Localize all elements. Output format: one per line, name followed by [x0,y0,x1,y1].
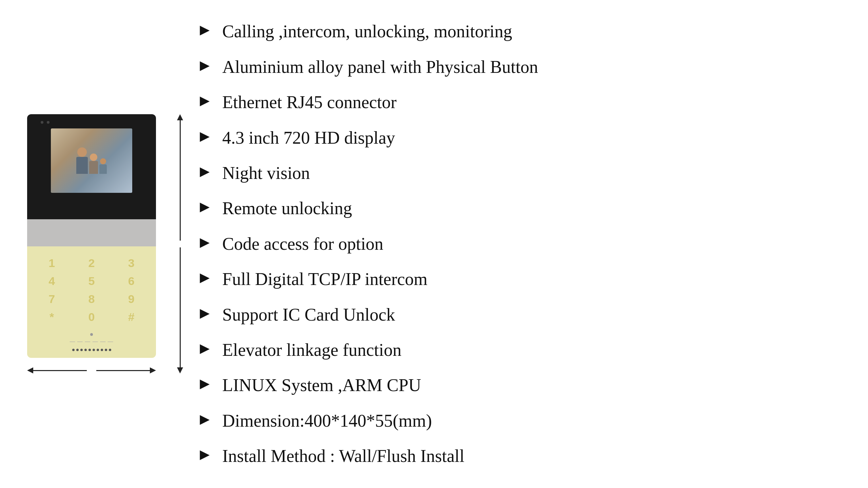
person-head-3 [100,158,106,164]
spec-arrow-icon-panel: ► [197,57,213,74]
spec-text-panel: Aluminium alloy panel with Physical Butt… [222,57,538,78]
device-indicator-dots [41,121,50,124]
vertical-dimension [177,114,183,373]
spec-text-code-access: Code access for option [222,233,383,255]
speaker-dot-8 [105,349,107,351]
speaker-dot-5 [93,349,95,351]
key-6: 6 [115,274,148,288]
speaker-dot-9 [109,349,111,351]
spec-item-code-access: ►Code access for option [197,233,841,255]
spec-item-remote-unlocking: ►Remote unlocking [197,198,841,219]
spec-item-night-vision: ►Night vision [197,163,841,184]
spec-arrow-icon-remote-unlocking: ► [197,199,213,215]
bottom-dot [90,333,93,336]
spec-arrow-icon-linux: ► [197,375,213,392]
person-body-3 [99,164,107,174]
key-7: 7 [35,292,68,306]
dim-arrow-down-icon [177,367,183,373]
spec-item-display: ► 4.3 inch 720 HD display [197,127,841,148]
key-4: 4 [35,274,68,288]
device-middle-section [27,219,156,246]
key-3: 3 [115,257,148,270]
spec-text-tcp-ip: Full Digital TCP/IP intercom [222,269,428,290]
main-container: 123456789*0# — — — — — — ►Calling ,inter… [27,21,841,467]
specs-list: ►Calling ,intercom, unlocking, monitorin… [197,21,841,467]
dimension-horizontal [27,367,156,373]
key-*: * [35,310,68,324]
spec-text-ethernet: Ethernet RJ45 connector [222,92,397,113]
device-top-section [27,114,156,219]
spec-arrow-icon-ic-card: ► [197,305,213,321]
spec-arrow-icon-calling: ► [197,22,213,38]
person-head-2 [90,154,97,161]
key-0: 0 [75,310,108,324]
spec-item-dimension: ►Dimension:400*140*55(mm) [197,410,841,431]
person-2 [89,154,98,174]
keypad-grid: 123456789*0# [35,257,148,324]
person-3 [99,158,107,174]
spec-arrow-icon-elevator: ► [197,340,213,357]
spec-text-remote-unlocking: Remote unlocking [222,198,352,219]
spec-item-linux: ►LINUX System ,ARM CPU [197,375,841,396]
spec-item-install: ►Install Method : Wall/Flush Install [197,446,841,467]
spec-arrow-icon-install: ► [197,446,213,463]
person-body-1 [76,157,88,174]
spec-arrow-icon-dimension: ► [197,411,213,427]
screen-image [51,128,132,193]
person-body-2 [89,161,98,174]
dim-line-h-right [96,370,150,371]
spec-item-ic-card: ►Support IC Card Unlock [197,304,841,325]
spec-text-calling: Calling ,intercom, unlocking, monitoring [222,21,512,42]
spec-text-install: Install Method : Wall/Flush Install [222,446,465,467]
key-1: 1 [35,257,68,270]
spec-arrow-icon-code-access: ► [197,234,213,250]
device-body: 123456789*0# — — — — — — [27,114,156,358]
key-2: 2 [75,257,108,270]
device-screen [51,128,132,193]
speaker-dot-1 [76,349,79,351]
spec-item-calling: ►Calling ,intercom, unlocking, monitorin… [197,21,841,42]
key-#: # [115,310,148,324]
spec-arrow-icon-ethernet: ► [197,93,213,109]
speaker-dot-6 [97,349,99,351]
spec-arrow-icon-tcp-ip: ► [197,269,213,286]
key-9: 9 [115,292,148,306]
spec-item-ethernet: ►Ethernet RJ45 connector [197,92,841,113]
device-bottom-area: — — — — — — [35,333,148,351]
indicator-dot-1 [41,121,43,124]
speaker-dot-0 [72,349,75,351]
speaker-dot-7 [101,349,103,351]
spec-text-elevator: Elevator linkage function [222,340,401,361]
key-8: 8 [75,292,108,306]
speaker-dot-4 [88,349,91,351]
person-1 [76,147,88,174]
family-silhouette [76,147,107,174]
spec-arrow-icon-night-vision: ► [197,163,213,180]
spec-text-linux: LINUX System ,ARM CPU [222,375,421,396]
dim-line-vertical-top [180,120,181,241]
dim-arrow-left-icon [27,367,33,373]
bottom-text: — — — — — — [70,339,113,345]
dim-line-vertical-bottom [180,247,181,368]
speaker-dot-2 [80,349,83,351]
device-wrapper: 123456789*0# — — — — — — [27,114,156,373]
dim-arrow-up-icon [177,114,183,120]
spec-item-panel: ►Aluminium alloy panel with Physical But… [197,57,841,78]
spec-text-display: 4.3 inch 720 HD display [222,127,395,148]
spec-text-ic-card: Support IC Card Unlock [222,304,395,325]
indicator-dot-2 [47,121,50,124]
spec-text-night-vision: Night vision [222,163,310,184]
speaker-dots [72,349,111,351]
speaker-dot-3 [84,349,87,351]
dim-line-h-left [33,370,87,371]
spec-item-elevator: ►Elevator linkage function [197,340,841,361]
spec-arrow-icon-display: ► [197,128,213,144]
person-head-1 [77,147,87,157]
dim-arrow-right-icon [150,367,156,373]
spec-text-dimension: Dimension:400*140*55(mm) [222,410,432,431]
device-keypad-section: 123456789*0# — — — — — — [27,246,156,358]
spec-item-tcp-ip: ►Full Digital TCP/IP intercom [197,269,841,290]
key-5: 5 [75,274,108,288]
